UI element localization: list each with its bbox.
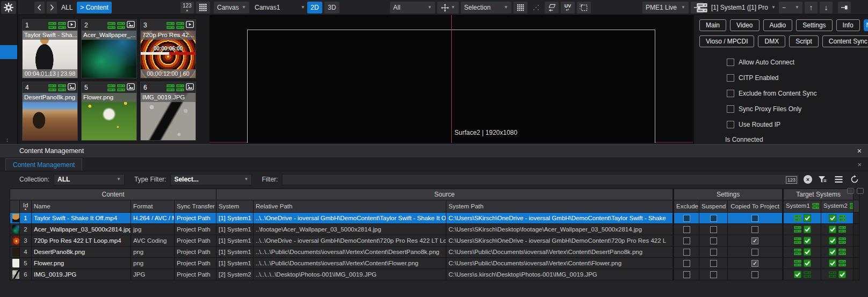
table-option-icon[interactable] (847, 188, 854, 194)
column-sync-transfer[interactable]: Sync Transfer (175, 200, 216, 213)
settings-gear-button[interactable] (1, 1, 16, 14)
checkbox[interactable] (727, 121, 734, 128)
forward-button[interactable] (47, 2, 57, 13)
column-copied-to-project[interactable]: Copied To Project (728, 200, 783, 213)
close-icon[interactable]: × (857, 147, 862, 155)
filter-funnel-button[interactable] (816, 173, 828, 185)
table-row[interactable]: 5 Flower.png png Project Path [1] System… (10, 258, 859, 269)
system-select-dropdown[interactable]: [1] System1 ([1] Pro▼ (710, 2, 777, 13)
checkbox[interactable] (751, 271, 758, 278)
checkbox[interactable] (710, 249, 717, 256)
tab-partial[interactable]: N (864, 19, 868, 31)
refresh-button[interactable] (849, 173, 860, 185)
content-tile[interactable]: 1 Taylor Swift - Sha... 00:04:01:13 | 23… (22, 19, 78, 78)
type-filter-dropdown[interactable]: Select...▼ (170, 174, 252, 185)
content-tile[interactable]: 6 IMG_0019.JPG (140, 82, 196, 141)
table-row[interactable]: 2 Acer_Wallpaper_03_5000x2814.jpg jpg Pr… (10, 224, 859, 235)
toolbar-grip[interactable]: ••• (579, 3, 581, 10)
grid-snap-button[interactable] (513, 2, 527, 13)
sidebar-selected-slot[interactable] (0, 45, 17, 59)
tab-vioso-mpcdi[interactable]: Vioso / MPCDI (699, 35, 754, 47)
checkbox[interactable] (710, 226, 717, 233)
filter-input[interactable]: 123 (282, 174, 799, 185)
pin-button[interactable] (838, 2, 851, 13)
mode-2d-button[interactable]: 2D (307, 2, 322, 13)
breadcrumb-all[interactable]: ALL (59, 4, 75, 11)
window-titlebar[interactable]: Content Management × (0, 144, 868, 157)
table-option-icon[interactable] (857, 188, 864, 194)
column-relative-path[interactable]: Relative Path (254, 200, 446, 213)
group-header-target-systems[interactable]: Target Systems (783, 189, 853, 200)
collection-dropdown[interactable]: ALL▼ (54, 174, 125, 185)
checkbox[interactable] (683, 215, 690, 222)
tab-settings[interactable]: Settings (796, 19, 832, 31)
group-header-content[interactable]: Content (10, 189, 216, 200)
clear-filter-button[interactable]: × (804, 175, 812, 184)
checkbox[interactable] (727, 105, 734, 113)
checkbox[interactable] (751, 237, 758, 244)
checkbox[interactable] (710, 215, 717, 222)
content-tile[interactable]: 2 Acer_Wallpaper_... (81, 19, 137, 78)
minus-dropdown[interactable]: −▼ (779, 2, 802, 13)
checkbox[interactable] (683, 237, 690, 244)
checkbox[interactable] (751, 249, 758, 256)
column-exclude[interactable]: Exclude (674, 200, 699, 213)
numbering-toggle-button[interactable]: 123▲ (180, 2, 194, 13)
content-tab[interactable]: > Content (77, 2, 111, 13)
uv-mapping-button[interactable]: UV↵ (561, 2, 575, 13)
back-button[interactable] (34, 2, 45, 13)
checkbox[interactable] (683, 226, 690, 233)
canvas-name-field[interactable]: Canvas1 (251, 2, 299, 13)
column-id[interactable]: Id▲ (20, 200, 32, 213)
list-view-button[interactable] (833, 173, 844, 185)
tab-content-sync[interactable]: Content Sync (822, 35, 868, 47)
group-header-settings[interactable]: Settings (674, 189, 783, 200)
tab-info[interactable]: Info (836, 19, 860, 31)
checkbox[interactable] (727, 90, 734, 97)
checkbox[interactable] (710, 271, 717, 278)
checkbox[interactable] (751, 215, 758, 222)
checkbox[interactable] (727, 59, 734, 66)
table-row[interactable]: 6 IMG_0019.JPG JPG Project Path [2] Syst… (10, 269, 859, 280)
canvas-viewport[interactable]: Surface2 | 1920x1080 (209, 15, 693, 143)
layer-filter-dropdown[interactable]: All▼ (390, 2, 435, 13)
content-tile[interactable]: 4 DesertPano8k.png (22, 82, 78, 141)
move-up-button[interactable]: ↑ (805, 2, 818, 13)
transform-warp-button[interactable] (545, 2, 559, 13)
checkbox[interactable] (751, 226, 758, 233)
selection-mode-dropdown[interactable]: Selection▼ (461, 2, 511, 13)
content-tile[interactable]: 5 Flower.png (81, 82, 137, 141)
checkbox[interactable] (751, 260, 758, 267)
table-row[interactable]: 3 720p Pro Res 422 LT Loop.mp4 AVC Codin… (10, 235, 859, 247)
tab-dmx[interactable]: DMX (758, 35, 785, 47)
checkbox[interactable] (710, 237, 717, 244)
grip-dots-icon[interactable]: •• (6, 138, 8, 142)
pme-live-dropdown[interactable]: PME1 Live▼ (642, 2, 689, 13)
checkbox[interactable] (683, 260, 690, 267)
table-row[interactable]: 4 DesertPano8k.png png Project Path [1] … (10, 247, 859, 258)
close-icon[interactable]: × (857, 161, 862, 171)
group-header-source[interactable]: Source (216, 189, 674, 200)
checkbox[interactable] (683, 249, 690, 256)
checkbox[interactable] (710, 260, 717, 267)
column-system-path[interactable]: System Path (446, 200, 674, 213)
move-down-button[interactable]: ↓ (820, 2, 833, 13)
table-row[interactable]: 1 Taylor Swift - Shake It Off.mp4 H.264 … (10, 213, 859, 224)
column-format[interactable]: Format (131, 200, 175, 213)
chevron-down-icon[interactable]: ▼ (301, 5, 305, 10)
column-name[interactable]: Name (32, 200, 131, 213)
tab-script[interactable]: Script (789, 35, 819, 47)
checkbox[interactable] (727, 74, 734, 82)
tab-audio[interactable]: Audio (763, 19, 793, 31)
mode-3d-button[interactable]: 3D (324, 2, 339, 13)
column-system2[interactable]: System2 (821, 200, 853, 213)
tab-main[interactable]: Main (699, 19, 726, 31)
move-tool-button[interactable]: ▼ (437, 2, 459, 13)
content-tile[interactable]: 3 720p Pro Res 42... 00:00:06:00 00:00:1… (140, 19, 196, 78)
canvas-type-dropdown[interactable]: Canvas▼ (214, 2, 249, 13)
column-system[interactable]: System (216, 200, 254, 213)
checkbox[interactable] (683, 271, 690, 278)
grid-view-button[interactable] (196, 2, 210, 13)
column-system1[interactable]: System1 (783, 200, 821, 213)
snap-points-button[interactable] (530, 2, 542, 13)
